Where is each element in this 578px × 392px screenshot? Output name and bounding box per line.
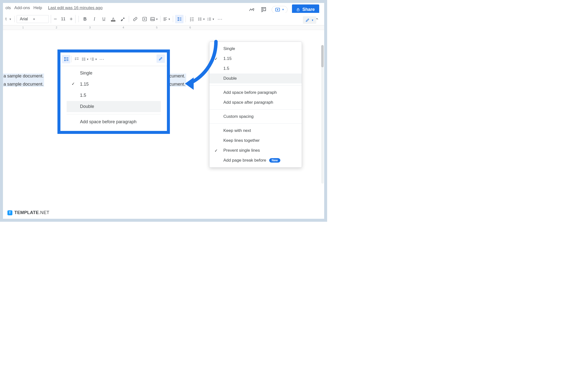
line-spacing-button[interactable] [175,15,184,23]
svg-point-4 [198,19,199,20]
separator [173,16,173,22]
font-size-input[interactable] [59,17,67,21]
bullet-list-button[interactable]: ▼ [81,55,89,63]
menu-item-custom-spacing[interactable]: Custom spacing [209,112,302,122]
vertical-scrollbar[interactable] [321,45,324,184]
document-text-selection: a sample document. a sample document. [3,74,44,87]
menu-tools[interactable]: ols [5,5,11,10]
menu-item-1-15[interactable]: ✓1.15 [67,79,161,90]
menu-help[interactable]: Help [33,5,42,10]
svg-point-11 [82,60,83,61]
chevron-down-icon: ▼ [87,58,89,61]
separator [14,16,15,22]
svg-text:2: 2 [90,58,91,60]
menu-item-single[interactable]: Single [209,44,302,54]
ruler-mark: 6 [190,26,191,29]
check-icon: ✓ [72,82,75,86]
more-button[interactable]: ⋯ [98,55,106,63]
styles-dropdown[interactable]: t ▼ [4,15,12,23]
menu-item-keep-lines[interactable]: Keep lines together [209,136,302,145]
editing-mode-button[interactable]: ▼ [303,16,316,24]
chevron-down-icon: ▼ [168,18,170,21]
chevron-down-icon: ▼ [212,18,214,21]
chevron-down-icon: ▼ [311,19,314,22]
logo-icon: T [7,210,12,215]
font-size-group: − + [51,15,76,23]
align-button[interactable]: ▼ [162,15,171,23]
menu-item-1-5[interactable]: 1.5 [67,90,161,101]
inset-line-spacing-dropdown: Single ✓1.15 1.5 Double Add space before… [67,66,161,129]
svg-text:3: 3 [207,20,208,21]
svg-point-10 [82,59,83,60]
checklist-button[interactable] [73,55,81,63]
menu-item-page-break[interactable]: Add page break beforeNew [209,155,302,165]
menu-item-space-before[interactable]: Add space before paragraph [67,116,161,128]
chevron-down-icon: ▼ [95,58,97,61]
callout-arrow [176,39,221,93]
scrollbar-thumb[interactable] [321,45,324,67]
svg-point-5 [198,20,199,21]
checklist-button[interactable] [188,15,196,23]
italic-button[interactable]: I [90,15,98,23]
editing-mode-button[interactable] [156,54,165,63]
logo-text-bold: TEMPLATE [14,210,39,215]
font-size-decrease[interactable]: − [51,15,59,23]
menu-separator [209,109,302,110]
menu-separator [209,85,302,86]
font-dropdown[interactable]: Arial ▼ [17,15,49,23]
inset-toolbar: ▼ 12 ▼ ⋯ [60,52,167,66]
bold-button[interactable]: B [81,15,89,23]
underline-button[interactable]: U [99,15,108,23]
separator [186,16,186,22]
menu-item-prevent-single[interactable]: ✓Prevent single lines [209,145,302,155]
new-badge: New [269,158,280,163]
bullet-list-button[interactable]: ▼ [197,15,205,23]
callout-inset: ▼ 12 ▼ ⋯ Single ✓1.15 1.5 Double Add spa… [57,49,170,134]
chevron-down-icon: ▼ [282,8,284,11]
activity-icon[interactable] [248,6,255,13]
ruler-mark: 5 [156,26,157,29]
menu-addons[interactable]: Add-ons [14,5,30,10]
menu-item-1-5[interactable]: 1.5 [209,64,302,74]
separator [79,16,79,22]
logo-text-light: .NET [39,210,49,215]
separator [160,16,160,22]
add-comment-button[interactable] [141,15,149,23]
line-spacing-button[interactable] [62,55,70,63]
link-button[interactable] [131,15,140,23]
menu-item-space-after[interactable]: Add space after paragraph [209,97,302,107]
font-size-increase[interactable]: + [67,15,75,23]
separator [71,56,72,62]
check-icon: ✓ [214,148,218,153]
menu-item-space-before[interactable]: Add space before paragraph [209,87,302,97]
menu-item-double[interactable]: Double [67,101,161,112]
insert-image-button[interactable]: ▼ [150,15,158,23]
ruler-mark: 4 [123,26,124,29]
separator [129,16,129,22]
last-edit-link[interactable]: Last edit was 16 minutes ago [48,5,102,10]
toolbar: t ▼ Arial ▼ − + B I U A ▼ ▼ [3,13,324,26]
chevron-down-icon: ▼ [9,18,11,21]
comments-icon[interactable] [260,6,267,13]
footer-logo: T TEMPLATE.NET [7,210,49,215]
present-button[interactable]: ▼ [272,6,288,13]
share-label: Share [302,7,315,12]
line-spacing-dropdown: Single ✓1.15 1.5 Double Add space before… [209,42,302,168]
menu-separator [67,114,161,114]
more-button[interactable]: ⋯ [216,15,224,23]
text-color-button[interactable]: A [109,15,117,23]
menu-item-double[interactable]: Double [209,74,302,84]
menu-item-1-15[interactable]: ✓1.15 [209,54,302,64]
menu-item-single[interactable]: Single [67,68,161,79]
svg-point-3 [198,18,199,18]
ruler-mark: 3 [89,26,91,29]
numbered-list-button[interactable]: 12 ▼ [89,55,98,63]
numbered-list-button[interactable]: 123 ▼ [206,15,215,23]
chevron-down-icon: ▼ [155,18,158,21]
svg-point-9 [82,58,83,58]
menu-item-keep-next[interactable]: Keep with next [209,126,302,136]
highlight-button[interactable] [118,15,127,23]
chevron-down-icon: ▼ [202,18,205,21]
ruler-mark: 1 [22,26,24,29]
chevron-down-icon: ▼ [33,18,35,21]
